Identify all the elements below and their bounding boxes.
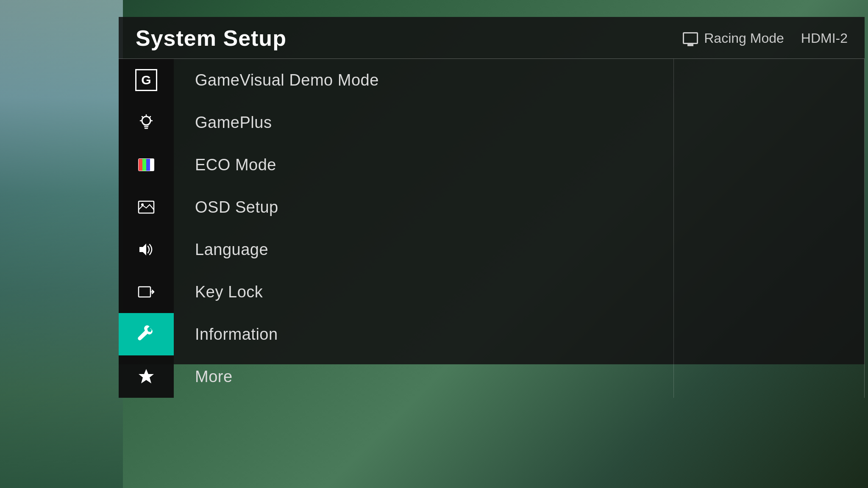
svg-line-5: [150, 116, 150, 117]
bulb-icon: [137, 113, 156, 132]
sidebar-item-brightness[interactable]: [119, 101, 174, 144]
wrench-icon: [137, 325, 156, 344]
sidebar-item-color[interactable]: [119, 144, 174, 186]
speaker-icon: [137, 240, 156, 259]
color-bars-icon: [137, 155, 156, 174]
svg-line-4: [142, 116, 143, 117]
menu-item-osd-setup[interactable]: OSD Setup: [174, 186, 865, 228]
star-icon: [137, 367, 156, 386]
page-title: System Setup: [136, 25, 287, 51]
svg-rect-10: [150, 159, 154, 171]
divider-gameplus: [864, 101, 865, 144]
svg-marker-15: [139, 369, 154, 383]
osd-body: G: [119, 59, 865, 398]
svg-rect-9: [146, 159, 150, 171]
sidebar-item-shortcut[interactable]: [119, 355, 174, 398]
input-icon: [137, 283, 156, 301]
svg-rect-8: [142, 159, 146, 171]
divider-gamevisual: [864, 59, 865, 101]
svg-point-12: [141, 203, 144, 206]
input-label: HDMI-2: [801, 30, 848, 46]
divider-eco: [864, 144, 865, 186]
divider-osd: [864, 186, 865, 228]
menu-item-more[interactable]: More: [174, 355, 865, 398]
header-right: Racing Mode HDMI-2: [683, 30, 848, 46]
g-icon: G: [135, 69, 157, 91]
sidebar-item-input[interactable]: [119, 271, 174, 313]
sidebar-item-system[interactable]: [119, 313, 174, 355]
content-area: GameVisual Demo Mode GamePlus ECO Mode O…: [174, 59, 865, 398]
divider-more: [864, 355, 865, 398]
menu-item-gameplus[interactable]: GamePlus: [174, 101, 865, 144]
menu-item-information[interactable]: Information: [174, 313, 865, 355]
osd-header: System Setup Racing Mode HDMI-2: [119, 17, 865, 59]
osd-overlay: System Setup Racing Mode HDMI-2 G: [119, 17, 865, 364]
menu-item-gamevisual-demo[interactable]: GameVisual Demo Mode: [174, 59, 865, 101]
menu-list: GameVisual Demo Mode GamePlus ECO Mode O…: [174, 59, 865, 398]
image-icon: [137, 198, 156, 216]
menu-item-language[interactable]: Language: [174, 228, 865, 271]
divider-keylock: [864, 271, 865, 313]
monitor-icon: [683, 32, 698, 44]
racing-mode-label: Racing Mode: [704, 30, 784, 46]
divider-language: [864, 228, 865, 271]
racing-mode-info: Racing Mode: [683, 30, 784, 46]
menu-item-eco-mode[interactable]: ECO Mode: [174, 144, 865, 186]
svg-rect-7: [139, 159, 142, 171]
menu-item-key-lock[interactable]: Key Lock: [174, 271, 865, 313]
sidebar-item-image[interactable]: [119, 186, 174, 228]
svg-marker-13: [139, 244, 146, 255]
sidebar-item-gamevisual[interactable]: G: [119, 59, 174, 101]
svg-rect-14: [139, 287, 150, 297]
svg-point-0: [142, 116, 150, 125]
sidebar-item-sound[interactable]: [119, 228, 174, 271]
divider-information: [864, 313, 865, 355]
sidebar: G: [119, 59, 174, 398]
